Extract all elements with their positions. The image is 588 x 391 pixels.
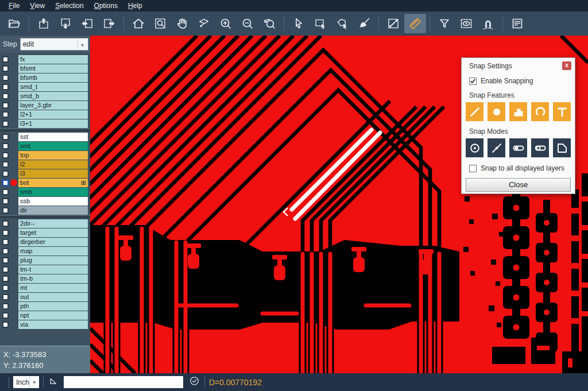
layer-visibility-checkbox[interactable] [2,322,9,328]
command-input[interactable] [64,376,183,388]
layer-visibility-checkbox[interactable] [2,111,9,118]
layer-row-ssb[interactable]: ssb [0,196,90,206]
layer-row-via[interactable]: via [0,320,90,329]
layer-row-plug[interactable]: plug [0,255,90,265]
menu-options[interactable]: Options [89,1,123,11]
layer-visibility-checkbox[interactable] [2,171,9,177]
zoom-in-button[interactable] [215,14,237,33]
layer-visibility-checkbox[interactable] [2,143,9,149]
layer-row-bot[interactable]: bot⊞ [0,178,90,187]
layer-visibility-checkbox[interactable] [2,56,9,63]
layer-visibility-checkbox[interactable] [2,266,9,273]
layer-visibility-checkbox[interactable] [2,121,9,127]
open-file-button[interactable] [3,14,25,33]
layer-row-mt[interactable]: mt [0,283,90,292]
layer-row-l3+1[interactable]: l3+1 [0,119,90,128]
layer-visibility-checkbox[interactable] [2,161,9,168]
snap-center-button[interactable] [466,138,483,157]
zoom-window-button[interactable] [149,14,171,33]
layer-visibility-checkbox[interactable] [2,285,9,291]
layer-row-l2+1[interactable]: l2+1 [0,110,90,119]
layer-visibility-checkbox[interactable] [2,84,9,90]
layer-visibility-checkbox[interactable] [2,312,9,319]
layer-visibility-checkbox[interactable] [2,239,9,245]
layer-row-dir[interactable]: dir [0,206,90,215]
layer-row-smd_b[interactable]: smd_b [0,91,90,100]
unit-dropdown[interactable]: Inch ▾ [13,376,39,388]
layer-visibility-checkbox[interactable] [2,189,9,195]
snap-text-button[interactable] [553,102,571,121]
paint-brush-button[interactable] [353,14,375,33]
layer-row-out[interactable]: out [0,292,90,301]
layer-row-bfsmt[interactable]: bfsmt [0,64,90,73]
layer-visibility-checkbox[interactable] [2,198,9,204]
layer-visibility-checkbox[interactable] [2,102,9,109]
home-button[interactable] [127,14,149,33]
snap-pad-filled-button[interactable] [509,138,527,157]
snap-magnet-button[interactable] [477,14,499,33]
snap-line-button[interactable] [466,102,483,121]
layer-visibility-checkbox[interactable] [2,152,9,158]
grid-icon[interactable]: ⊞ [81,179,86,187]
apply-check-icon[interactable] [188,375,200,389]
snap-all-layers-checkbox[interactable] [469,165,477,172]
menu-file[interactable]: File [3,1,25,11]
snap-contour-button[interactable] [553,138,571,157]
zoom-object-button[interactable] [193,14,215,33]
layer-visibility-checkbox[interactable] [2,65,9,72]
layer-visibility-checkbox[interactable] [2,220,9,227]
layer-visibility-checkbox[interactable] [2,180,9,186]
angle-corner-icon[interactable] [48,375,60,389]
step-dropdown[interactable]: edit ▾ [20,38,88,51]
layer-row-smd_t[interactable]: smd_t [0,82,90,91]
layer-visibility-checkbox[interactable] [2,230,9,236]
layer-row-sst[interactable]: sst [0,132,90,141]
select-rect-button[interactable] [310,14,331,33]
snap-arc-button[interactable] [531,102,549,121]
layer-visibility-checkbox[interactable] [2,303,9,309]
ruler-button[interactable] [404,14,426,33]
enable-snapping-checkbox[interactable] [469,78,477,85]
layer-visibility-checkbox[interactable] [2,134,9,140]
snap-circle-button[interactable] [488,102,505,121]
layer-visibility-checkbox[interactable] [2,248,9,254]
layer-row-pth[interactable]: pth [0,301,90,311]
view-region-button[interactable] [455,14,477,33]
layer-row-bfsmb[interactable]: bfsmb [0,73,90,82]
menu-help[interactable]: Help [123,1,148,11]
layer-row-top[interactable]: top [0,150,90,160]
layer-visibility-checkbox[interactable] [2,257,9,264]
layer-row-layer_3.gbr[interactable]: layer_3.gbr [0,100,90,110]
snap-midpoint-button[interactable] [488,138,505,157]
layer-visibility-checkbox[interactable] [2,75,9,81]
snap-surface-button[interactable] [509,102,527,121]
zoom-out-button[interactable] [237,14,258,33]
layer-row-map[interactable]: map [0,246,90,255]
select-cursor-button[interactable] [288,14,310,33]
menu-view[interactable]: View [25,1,50,11]
zoom-previous-button[interactable] [258,14,280,33]
arrow-left-box-button[interactable] [76,14,98,33]
layer-visibility-checkbox[interactable] [2,93,9,99]
arrow-up-box-button[interactable] [33,14,55,33]
layer-visibility-checkbox[interactable] [2,294,9,300]
report-form-button[interactable] [506,14,528,33]
dialog-close-icon[interactable]: x [562,61,571,70]
snap-pad-outline-button[interactable] [531,138,549,157]
measure-line-button[interactable] [382,14,404,33]
layer-row-smb[interactable]: smb [0,187,90,196]
layer-row-tm-b[interactable]: tm-b [0,274,90,283]
layer-row-dirgerber[interactable]: dirgerber [0,237,90,246]
layer-row-l3[interactable]: l3 [0,169,90,178]
layer-row-fx[interactable]: fx [0,55,90,64]
layer-row-npt[interactable]: npt [0,311,90,320]
layer-row-smt[interactable]: smt [0,141,90,150]
arrow-right-box-button[interactable] [98,14,120,33]
layer-visibility-checkbox[interactable] [2,276,9,282]
layer-row-tm-t[interactable]: tm-t [0,265,90,274]
layer-row-l2[interactable]: l2 [0,160,90,169]
select-poly-button[interactable] [331,14,353,33]
menu-selection[interactable]: Selection [50,1,88,11]
layer-row-target[interactable]: target [0,228,90,237]
layer-visibility-checkbox[interactable] [2,207,9,214]
